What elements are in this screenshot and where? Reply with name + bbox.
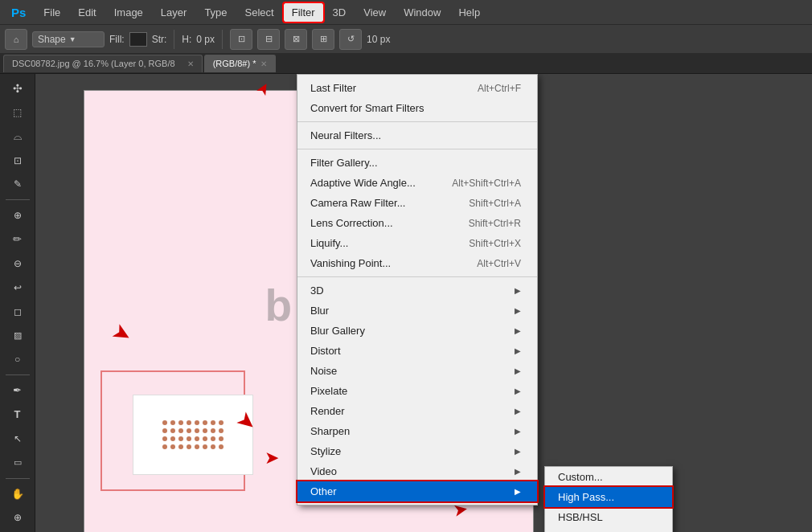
tool-history[interactable]: ↩: [3, 276, 32, 299]
tool-selection[interactable]: ⬚: [3, 101, 32, 124]
canvas-letter-b: b: [265, 280, 292, 331]
tab-1[interactable]: DSC08782.jpg @ 16.7% (Layer 0, RGB/8 ✕: [3, 55, 203, 72]
menu-type[interactable]: Type: [196, 3, 235, 22]
align-btn-4[interactable]: ⊞: [312, 29, 334, 50]
tabs-bar: DSC08782.jpg @ 16.7% (Layer 0, RGB/8 ✕ (…: [0, 53, 812, 74]
tool-gradient[interactable]: ▨: [3, 324, 32, 346]
filter-blur-gallery[interactable]: Blur Gallery ▶: [297, 321, 537, 341]
tab-2[interactable]: (RGB/8#) * ✕: [204, 55, 277, 72]
tool-divider-2: [6, 374, 30, 375]
filter-other[interactable]: Other ▶: [297, 481, 537, 501]
fill-label: Fill:: [109, 34, 125, 45]
filter-section-2: Neural Filters...: [297, 121, 537, 149]
tab-1-close[interactable]: ✕: [187, 59, 194, 68]
filter-last-filter[interactable]: Last Filter Alt+Ctrl+F: [297, 78, 537, 98]
menu-view[interactable]: View: [355, 3, 394, 22]
filter-lens-correction[interactable]: Lens Correction... Shift+Ctrl+R: [297, 213, 537, 233]
filter-stylize[interactable]: Stylize ▶: [297, 441, 537, 461]
align-btn-2[interactable]: ⊟: [257, 29, 280, 50]
tool-eraser[interactable]: ◻: [3, 301, 32, 323]
filter-liquify[interactable]: Liquify... Shift+Ctrl+X: [297, 233, 537, 253]
tab-2-label: (RGB/8#) *: [213, 59, 256, 68]
tool-text[interactable]: T: [3, 403, 32, 426]
submenu-hsb-hsl[interactable]: HSB/HSL: [545, 507, 672, 527]
menu-window[interactable]: Window: [396, 3, 449, 22]
tab-1-label: DSC08782.jpg @ 16.7% (Layer 0, RGB/8: [12, 59, 175, 68]
filter-pixelate[interactable]: Pixelate ▶: [297, 381, 537, 401]
corner-settings[interactable]: ↺: [339, 29, 362, 50]
tool-lasso[interactable]: ⌓: [3, 125, 32, 148]
tool-zoom[interactable]: ⊕: [3, 506, 32, 529]
filter-neural[interactable]: Neural Filters...: [297, 125, 537, 145]
stroke-label: Str:: [152, 34, 167, 45]
menu-bar: Ps File Edit Image Layer Type Select Fil…: [0, 0, 812, 24]
toolbar: ⌂ Shape ▼ Fill: Str: H: 0 px ⊡ ⊟ ⊠ ⊞ ↺ 1…: [0, 24, 812, 53]
tool-divider-3: [6, 478, 30, 479]
menu-file[interactable]: File: [35, 3, 68, 22]
tool-pen[interactable]: ✒: [3, 379, 32, 402]
separator-2: [222, 30, 223, 49]
align-btn-1[interactable]: ⊡: [230, 29, 252, 50]
canvas-area: T độ nét cho otoshop C b: [35, 74, 812, 532]
home-button[interactable]: ⌂: [5, 29, 27, 50]
filter-camera-raw[interactable]: Camera Raw Filter... Shift+Ctrl+A: [297, 193, 537, 213]
tab-2-close[interactable]: ✕: [260, 59, 267, 68]
filter-noise[interactable]: Noise ▶: [297, 361, 537, 381]
align-btn-3[interactable]: ⊠: [285, 29, 307, 50]
menu-select[interactable]: Select: [237, 3, 282, 22]
tool-move[interactable]: ✣: [3, 77, 32, 100]
filter-render[interactable]: Render ▶: [297, 401, 537, 421]
tab-1-info: [180, 59, 182, 68]
app-icon[interactable]: Ps: [3, 2, 34, 23]
menu-help[interactable]: Help: [450, 3, 488, 22]
arrow-1: ➤: [107, 317, 136, 349]
shape-dropdown[interactable]: Shape ▼: [32, 31, 105, 47]
other-submenu: Custom... High Pass... HSB/HSL Maximum..…: [544, 466, 673, 532]
h-value: 0 px: [196, 34, 215, 45]
filter-blur[interactable]: Blur ▶: [297, 301, 537, 321]
submenu-high-pass[interactable]: High Pass...: [545, 487, 672, 507]
left-sidebar: ✣ ⬚ ⌓ ⊡ ✎ ⊕ ✏ ⊖ ↩ ◻ ▨ ○ ✒ T ↖ ▭ ✋ ⊕: [0, 74, 35, 532]
filter-sharpen[interactable]: Sharpen ▶: [297, 421, 537, 441]
tool-dodge[interactable]: ○: [3, 348, 32, 370]
fill-color[interactable]: [129, 32, 147, 47]
filter-section-3: Filter Gallery... Adaptive Wide Angle...…: [297, 149, 537, 276]
filter-3d[interactable]: 3D ▶: [297, 280, 537, 301]
tool-hand[interactable]: ✋: [3, 482, 32, 505]
filter-dropdown: Last Filter Alt+Ctrl+F Convert for Smart…: [297, 74, 538, 505]
menu-3d[interactable]: 3D: [325, 3, 355, 22]
filter-video[interactable]: Video ▶: [297, 461, 537, 481]
submenu-maximum[interactable]: Maximum...: [545, 527, 672, 532]
tool-eyedropper[interactable]: ✎: [3, 173, 32, 195]
filter-convert-smart[interactable]: Convert for Smart Filters: [297, 98, 537, 118]
tool-divider-1: [6, 199, 30, 200]
filter-section-1: Last Filter Alt+Ctrl+F Convert for Smart…: [297, 75, 537, 121]
corner-value: 10 px: [367, 34, 390, 45]
dropdown-arrow: ▼: [69, 35, 76, 43]
tool-path-select[interactable]: ↖: [3, 428, 32, 450]
main-area: ✣ ⬚ ⌓ ⊡ ✎ ⊕ ✏ ⊖ ↩ ◻ ▨ ○ ✒ T ↖ ▭ ✋ ⊕: [0, 74, 812, 532]
tool-clone[interactable]: ⊖: [3, 252, 32, 275]
h-label: H:: [182, 34, 191, 45]
filter-vanishing-point[interactable]: Vanishing Point... Alt+Ctrl+V: [297, 253, 537, 273]
inner-box: [133, 395, 253, 475]
filter-section-4: 3D ▶ Blur ▶ Blur Gallery ▶ Distort ▶ Noi…: [297, 276, 537, 505]
menu-image[interactable]: Image: [106, 3, 151, 22]
filter-distort[interactable]: Distort ▶: [297, 341, 537, 361]
arrow-to-other: ➤: [265, 448, 279, 469]
separator-1: [174, 30, 174, 49]
menu-filter[interactable]: Filter: [284, 3, 323, 22]
menu-edit[interactable]: Edit: [70, 3, 104, 22]
filter-gallery[interactable]: Filter Gallery...: [297, 153, 537, 173]
filter-adaptive-wide[interactable]: Adaptive Wide Angle... Alt+Shift+Ctrl+A: [297, 173, 537, 193]
tool-shape[interactable]: ▭: [3, 452, 32, 474]
menu-layer[interactable]: Layer: [153, 3, 195, 22]
shape-label: Shape: [38, 34, 66, 45]
tool-crop[interactable]: ⊡: [3, 149, 32, 172]
submenu-custom[interactable]: Custom...: [545, 467, 672, 487]
tool-brush[interactable]: ✏: [3, 228, 32, 251]
tool-spot-heal[interactable]: ⊕: [3, 204, 32, 227]
